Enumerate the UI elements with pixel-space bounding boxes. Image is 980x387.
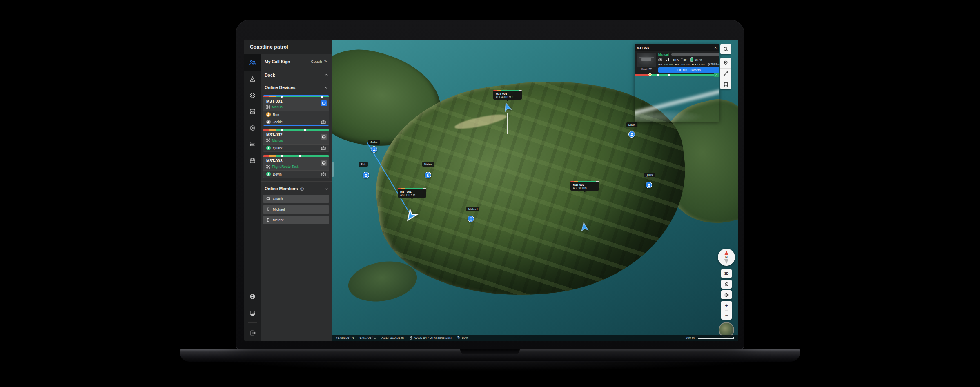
map-member-label: Jackie <box>368 140 380 145</box>
stream-camera-button[interactable] <box>321 145 326 152</box>
mode-progress-track <box>671 53 719 56</box>
desktop-icon <box>266 197 270 201</box>
nav-task-library-button[interactable] <box>244 136 261 152</box>
map-member-marker-quark[interactable] <box>646 182 652 188</box>
map-drone-label-m3t-001[interactable]: M3T-001 ASL 110.5 m <box>398 188 426 198</box>
device-card-m3t-003[interactable]: M3T-003 Flight Route Task <box>263 155 329 178</box>
member-row-michael[interactable]: Michael <box>263 205 329 214</box>
member-name: Coach <box>273 197 283 201</box>
close-icon[interactable]: × <box>714 46 717 50</box>
zoom-out-button[interactable]: − <box>725 310 728 320</box>
member-name: Jackie <box>273 120 319 124</box>
phone-icon <box>469 217 473 221</box>
device-side-column <box>318 97 329 111</box>
rail-divider <box>248 322 257 323</box>
online-members-label: Online Members <box>265 186 298 191</box>
gear-icon <box>724 292 729 298</box>
member-name: Quark <box>273 146 319 150</box>
drone-battery-bar <box>570 181 599 182</box>
compass-control[interactable]: N <box>718 249 735 266</box>
device-member-row[interactable]: Quark <box>263 144 329 151</box>
member-row-meteor[interactable]: Meteor <box>263 216 329 224</box>
person-icon <box>267 120 270 123</box>
datum-readout: WGS 84 / UTM zone 32N <box>410 336 452 340</box>
drone-marker-m3t-002[interactable] <box>578 221 590 233</box>
telemetry-row: ASL 110.5 m AGL 110.3 m H.S 8.3 m/s 752.… <box>658 63 719 66</box>
device-side-column <box>318 131 329 144</box>
laptop-shadow <box>212 361 768 371</box>
device-member-row[interactable]: Devin <box>263 170 329 178</box>
paper-plane-icon <box>578 221 590 233</box>
map-member-label: Meteor <box>422 162 434 167</box>
live-view-button[interactable] <box>321 100 327 106</box>
device-member-row[interactable]: Rick <box>263 111 329 118</box>
dock-section-header[interactable]: Dock <box>261 69 332 81</box>
scale-readout: 300 m <box>686 336 734 340</box>
map-settings-button[interactable] <box>721 290 732 299</box>
sidebar-divider <box>261 181 332 182</box>
nav-flight-area-button[interactable] <box>244 120 261 136</box>
nav-globe-button[interactable] <box>244 288 261 305</box>
map-member-label: Rick <box>359 162 368 167</box>
drone-thumbnail: Mavic 3T <box>637 53 656 73</box>
nav-media-button[interactable] <box>244 103 261 120</box>
map-member-marker-meteor[interactable] <box>425 172 431 178</box>
person-icon <box>630 133 634 136</box>
stream-camera-button[interactable] <box>321 171 326 178</box>
nav-layers-button[interactable] <box>244 87 261 103</box>
m3t-camera-button[interactable]: M3T Camera <box>658 67 719 73</box>
map-drone-label-m3t-002[interactable]: M3T-002 ASL 98.8 m ↑ <box>570 181 599 191</box>
scale-bar <box>698 337 734 339</box>
flight-area-icon <box>249 125 256 131</box>
map-member-marker-rick[interactable] <box>363 172 369 178</box>
drone-icon <box>266 138 270 142</box>
zoom-in-button[interactable]: + <box>725 301 728 310</box>
line-icon <box>723 71 728 76</box>
device-battery-bar <box>263 96 329 97</box>
stream-camera-button[interactable] <box>321 118 326 126</box>
edit-call-sign-button[interactable]: ✎ <box>324 59 327 64</box>
person-icon <box>364 173 368 177</box>
drop-pin-button[interactable] <box>720 58 731 68</box>
drone-photo <box>637 53 656 67</box>
sync-icon: ↻ <box>457 336 461 340</box>
member-row-coach[interactable]: Coach <box>263 195 329 203</box>
nav-schedule-button[interactable] <box>244 152 261 169</box>
recenter-button[interactable] <box>721 280 732 289</box>
live-view-button[interactable] <box>321 134 327 140</box>
rtk-status: RTK 30 <box>673 58 687 61</box>
map-member-marker-michael[interactable] <box>468 216 474 222</box>
member-name: Rick <box>273 113 326 117</box>
nav-team-button[interactable] <box>244 54 261 71</box>
nav-firmware-button[interactable] <box>244 305 261 321</box>
device-member-row[interactable]: Jackie <box>263 118 329 125</box>
map-drone-label-m3t-003[interactable]: M3T-003 ASL 420.8 m ↑ <box>493 90 522 100</box>
task-stack-icon <box>249 141 256 148</box>
device-battery-bar <box>263 129 329 131</box>
draw-area-button[interactable] <box>720 79 731 89</box>
live-video-feed[interactable] <box>635 76 719 122</box>
device-card-m3t-001[interactable]: M3T-001 Manual <box>263 95 329 126</box>
draw-line-button[interactable] <box>720 68 731 79</box>
map-search-button[interactable] <box>720 44 731 54</box>
sidebar-collapse-handle[interactable] <box>332 162 334 177</box>
live-view-button[interactable] <box>321 160 327 166</box>
drone-battery-bar <box>493 90 522 91</box>
zoom-control: + − <box>721 301 732 320</box>
globe-icon <box>249 293 256 300</box>
device-name: M3T-003 <box>266 159 315 163</box>
member-avatar <box>266 112 271 117</box>
nav-site-button[interactable] <box>244 71 261 87</box>
drone-icon <box>266 165 270 169</box>
map-member-marker-devin[interactable] <box>628 131 635 138</box>
map-member-marker-jackie[interactable] <box>371 146 377 153</box>
online-members-section-header[interactable]: Online Members i <box>261 182 332 195</box>
map-canvas[interactable]: M3T-003 ASL 420.8 m ↑ M3T-002 ASL 98.8 m… <box>332 40 738 341</box>
toggle-3d-button[interactable]: 3D <box>721 269 732 278</box>
device-name: M3T-001 <box>266 99 315 104</box>
online-devices-section-header[interactable]: Online Devices <box>261 81 332 93</box>
exit-project-button[interactable] <box>244 325 261 341</box>
chevron-down-icon <box>325 186 328 189</box>
device-card-m3t-002[interactable]: M3T-002 Manual <box>263 129 329 152</box>
person-icon <box>267 147 270 149</box>
